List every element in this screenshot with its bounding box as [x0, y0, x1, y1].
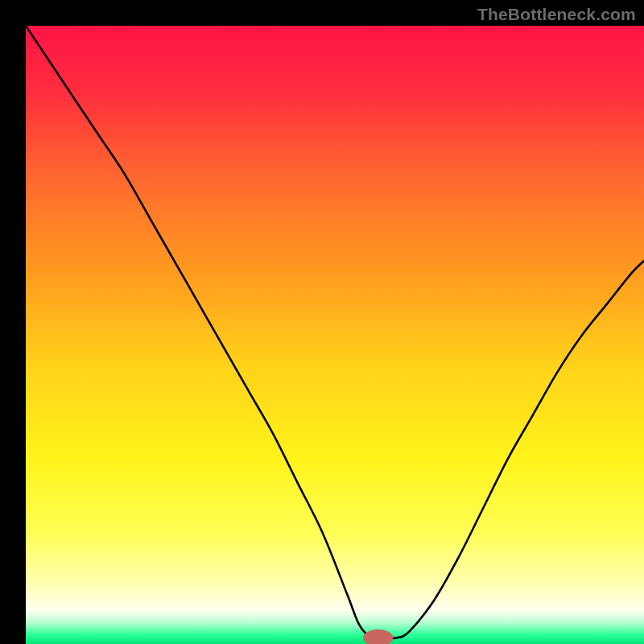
- chart-frame: TheBottleneck.com: [0, 0, 644, 644]
- gradient-background: [26, 26, 644, 644]
- plot-area: [26, 26, 644, 644]
- optimal-marker: [363, 630, 393, 644]
- attribution-text: TheBottleneck.com: [477, 5, 636, 24]
- chart-canvas: [26, 26, 644, 644]
